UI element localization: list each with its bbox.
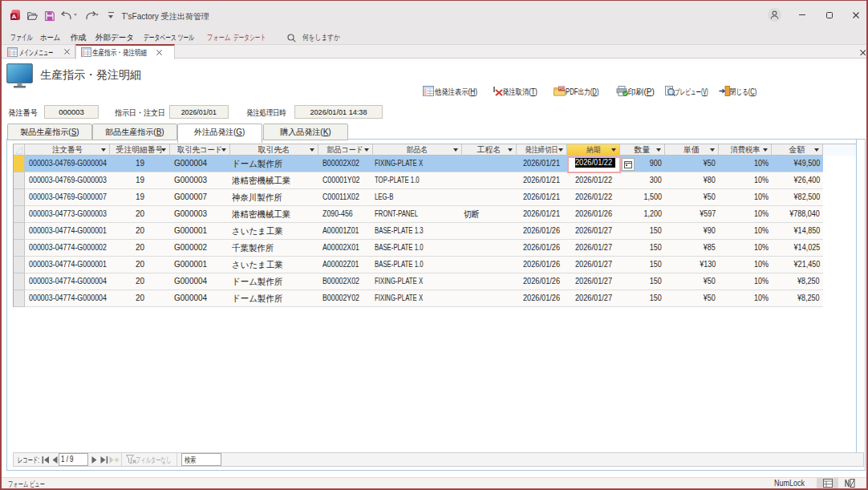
svg-text:A: A [12,13,17,20]
svg-text:PDF: PDF [559,87,566,91]
